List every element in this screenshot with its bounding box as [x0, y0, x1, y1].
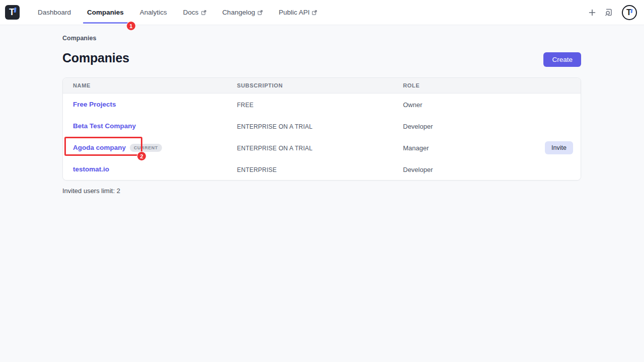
subscription-value: ENTERPRISE: [237, 166, 277, 173]
role-value: Manager: [403, 144, 429, 152]
nav-item-public-api[interactable]: Public API: [271, 0, 326, 25]
external-link-icon: [312, 10, 317, 15]
nav-item-label: Docs: [183, 9, 199, 16]
annotation-step-2-badge: 2: [137, 151, 146, 161]
table-row: Beta Test Company ENTERPRISE ON A TRIAL …: [63, 115, 581, 137]
nav-item-analytics[interactable]: Analytics: [132, 0, 175, 25]
plus-icon[interactable]: [589, 9, 596, 16]
subscription-value: ENTERPRISE ON A TRIAL: [237, 145, 312, 152]
company-link[interactable]: testomat.io: [73, 165, 109, 173]
subscription-value: FREE: [237, 102, 254, 109]
page-title: Companies: [62, 51, 129, 65]
annotation-step-2-box: 2: [64, 137, 142, 156]
role-value: Developer: [403, 123, 433, 130]
header-subscription: SUBSCRIPTION: [237, 82, 403, 88]
top-navigation: T Dashboard Companies 1 Analytics Docs C…: [0, 0, 644, 25]
main-nav: Dashboard Companies 1 Analytics Docs Cha…: [30, 0, 325, 25]
header-name: NAME: [63, 82, 237, 88]
subscription-value: ENTERPRISE ON A TRIAL: [237, 123, 312, 130]
user-avatar[interactable]: T: [622, 5, 637, 20]
header-role: ROLE: [403, 82, 545, 88]
table-header-row: NAME SUBSCRIPTION ROLE: [63, 78, 581, 94]
breadcrumb[interactable]: Companies: [62, 35, 96, 42]
create-button[interactable]: Create: [543, 52, 581, 67]
invite-button[interactable]: Invite: [545, 141, 573, 154]
annotation-step-1-badge: 1: [126, 21, 136, 31]
table-row: Free Projects FREE Owner: [63, 94, 581, 115]
nav-item-label: Changelog: [222, 9, 255, 16]
document-search-icon[interactable]: [604, 8, 613, 17]
nav-item-label: Public API: [279, 9, 310, 16]
external-link-icon: [201, 10, 206, 15]
role-value: Owner: [403, 101, 422, 109]
nav-item-label: Analytics: [140, 9, 167, 16]
external-link-icon: [258, 10, 263, 15]
company-link[interactable]: Free Projects: [73, 101, 116, 108]
invited-users-limit-note: Invited users limit: 2: [62, 187, 120, 195]
companies-table: NAME SUBSCRIPTION ROLE Free Projects FRE…: [62, 77, 581, 180]
app-logo-accent: [14, 8, 16, 13]
nav-item-label: Companies: [87, 9, 124, 16]
app-logo[interactable]: T: [5, 5, 20, 20]
nav-item-companies[interactable]: Companies 1: [79, 0, 132, 25]
nav-item-label: Dashboard: [38, 9, 71, 16]
avatar-logo-accent: [631, 9, 633, 13]
company-link[interactable]: Beta Test Company: [73, 122, 136, 130]
nav-item-changelog[interactable]: Changelog: [214, 0, 271, 25]
nav-item-dashboard[interactable]: Dashboard: [30, 0, 79, 25]
table-row: testomat.io ENTERPRISE Developer: [63, 158, 581, 180]
nav-right-actions: T: [589, 5, 644, 20]
role-value: Developer: [403, 166, 433, 173]
nav-item-docs[interactable]: Docs: [175, 0, 214, 25]
